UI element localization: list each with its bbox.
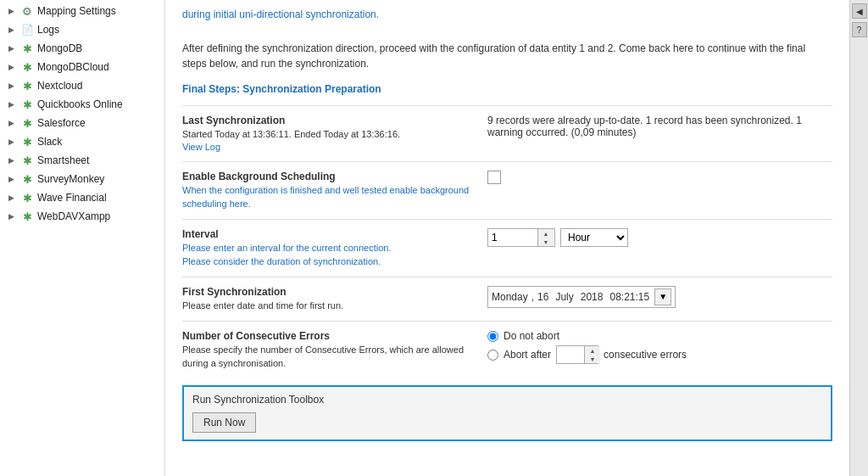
sidebar-item-label: Slack — [37, 136, 62, 148]
sidebar-item-label: Logs — [37, 24, 59, 36]
final-steps-title: Final Steps: Synchronization Preparation — [182, 83, 832, 95]
sidebar-item-webdavxampp[interactable]: ▶ ✱ WebDAVXampp — [0, 207, 164, 226]
first-sync-date: 16 — [537, 291, 548, 303]
last-sync-status: 9 records were already up-to-date. 1 rec… — [487, 115, 832, 138]
interval-desc1: Please enter an interval for the current… — [182, 242, 479, 255]
last-sync-started: Started Today at 13:36:11. Ended Today a… — [182, 128, 479, 141]
arrow-icon: ▶ — [8, 25, 19, 34]
sidebar-item-salesforce[interactable]: ▶ ✱ Salesforce — [0, 114, 164, 132]
first-sync-desc: Please enter date and time for first run… — [182, 300, 479, 312]
abort-after-label: Abort after — [504, 349, 551, 361]
star-icon: ✱ — [20, 42, 34, 55]
star-icon: ✱ — [20, 135, 34, 148]
star-icon: ✱ — [20, 210, 34, 223]
sidebar-item-label: Nextcloud — [37, 80, 82, 92]
abort-after-row: Abort after ▲ ▼ consecutive errors — [487, 345, 687, 364]
abort-after-radio[interactable] — [487, 350, 498, 361]
sidebar-item-mongodbcloud[interactable]: ▶ ✱ MongoDBCloud — [0, 58, 164, 76]
arrow-icon: ▶ — [8, 119, 19, 127]
first-sync-date-row[interactable]: Monday , 16 July 2018 08:21:15 ▼ — [487, 286, 676, 308]
first-sync-year: 2018 — [581, 291, 604, 303]
interval-control: ▲ ▼ Hour — [487, 228, 832, 247]
run-now-button[interactable]: Run Now — [192, 412, 256, 433]
star-icon: ✱ — [20, 79, 34, 92]
second-paragraph: After defining the synchronization direc… — [182, 34, 832, 71]
log-icon: 📄 — [20, 23, 34, 36]
consecutive-errors-radio-group: Do not abort Abort after ▲ ▼ consecutive… — [487, 330, 687, 364]
background-scheduling-desc: When the configuration is finished and w… — [182, 184, 479, 210]
sidebar-item-surveymonkey[interactable]: ▶ ✱ SurveyMonkey — [0, 170, 164, 188]
sidebar-item-slack[interactable]: ▶ ✱ Slack — [0, 132, 164, 151]
arrow-icon: ▶ — [8, 63, 19, 71]
arrow-icon: ▶ — [8, 193, 19, 202]
last-sync-row: Last Synchronization Started Today at 13… — [182, 105, 832, 161]
arrow-icon: ▶ — [8, 175, 19, 183]
sidebar-item-label: Wave Financial — [37, 192, 107, 204]
first-sync-day: Monday — [492, 291, 528, 303]
no-abort-row: Do not abort — [487, 330, 687, 342]
toolbox-title: Run Synchronization Toolbox — [192, 394, 822, 406]
background-scheduling-title: Enable Background Scheduling — [182, 171, 479, 182]
background-scheduling-checkbox[interactable] — [487, 171, 501, 184]
first-sync-title: First Synchronization — [182, 286, 479, 298]
toolbox-section: Run Synchronization Toolbox Run Now — [182, 385, 832, 441]
abort-up-button[interactable]: ▲ — [585, 346, 600, 355]
last-sync-status-text: 9 records were already up-to-date. 1 rec… — [487, 115, 832, 138]
sidebar-item-label: SurveyMonkey — [37, 173, 104, 185]
star-icon: ✱ — [20, 154, 34, 167]
interval-up-button[interactable]: ▲ — [538, 229, 554, 238]
consecutive-errors-label-col: Number of Consecutive Errors Please spec… — [182, 330, 487, 370]
main-content: during initial uni-directional synchroni… — [165, 0, 849, 476]
sidebar-item-nextcloud[interactable]: ▶ ✱ Nextcloud — [0, 76, 164, 95]
consecutive-errors-control: Do not abort Abort after ▲ ▼ consecutive… — [487, 330, 832, 364]
right-panel: ◀ ? — [849, 0, 868, 476]
calendar-button[interactable]: ▼ — [654, 288, 671, 305]
sidebar-item-label: MongoDBCloud — [37, 61, 109, 73]
first-sync-control: Monday , 16 July 2018 08:21:15 ▼ — [487, 286, 832, 308]
collapse-button[interactable]: ◀ — [852, 3, 867, 19]
intro-paragraph: during initial uni-directional synchroni… — [182, 0, 832, 22]
sidebar: ▶ ⚙ Mapping Settings ▶ 📄 Logs ▶ ✱ MongoD… — [0, 0, 165, 476]
star-icon: ✱ — [20, 116, 34, 130]
sidebar-item-label: Smartsheet — [37, 154, 89, 166]
no-abort-radio[interactable] — [487, 331, 498, 342]
sidebar-item-label: MongoDB — [37, 42, 82, 54]
gear-icon: ⚙ — [20, 4, 34, 18]
sidebar-item-wavefinancial[interactable]: ▶ ✱ Wave Financial — [0, 188, 164, 207]
sidebar-item-logs[interactable]: ▶ 📄 Logs — [0, 20, 164, 39]
arrow-icon: ▶ — [8, 137, 19, 146]
consecutive-errors-desc: Please specify the number of Consecutive… — [182, 344, 479, 370]
star-icon: ✱ — [20, 191, 34, 204]
sidebar-item-label: Salesforce — [37, 117, 86, 129]
last-sync-title: Last Synchronization — [182, 115, 479, 126]
interval-label-col: Interval Please enter an interval for th… — [182, 228, 487, 268]
sidebar-item-label: WebDAVXampp — [37, 210, 110, 222]
sidebar-item-mongodb[interactable]: ▶ ✱ MongoDB — [0, 39, 164, 58]
abort-count-input[interactable] — [557, 347, 584, 362]
arrow-icon: ▶ — [8, 212, 19, 221]
background-scheduling-label-col: Enable Background Scheduling When the co… — [182, 171, 487, 210]
arrow-icon: ▶ — [8, 7, 19, 15]
star-icon: ✱ — [20, 60, 34, 74]
arrow-icon: ▶ — [8, 81, 19, 90]
help-button[interactable]: ? — [852, 22, 867, 37]
last-sync-label-col: Last Synchronization Started Today at 13… — [182, 115, 487, 153]
consecutive-errors-suffix: consecutive errors — [604, 349, 687, 361]
background-scheduling-control — [487, 171, 832, 184]
interval-title: Interval — [182, 228, 479, 240]
background-scheduling-row: Enable Background Scheduling When the co… — [182, 161, 832, 219]
abort-count-wrap: ▲ ▼ — [556, 345, 598, 364]
consecutive-errors-title: Number of Consecutive Errors — [182, 330, 479, 342]
star-icon: ✱ — [20, 172, 34, 186]
abort-down-button[interactable]: ▼ — [585, 355, 600, 363]
sidebar-item-mapping-settings[interactable]: ▶ ⚙ Mapping Settings — [0, 2, 164, 20]
view-log-link[interactable]: View Log — [182, 142, 220, 152]
interval-unit-select[interactable]: Hour — [560, 228, 628, 247]
sidebar-item-smartsheet[interactable]: ▶ ✱ Smartsheet — [0, 151, 164, 170]
sidebar-item-quickbooks[interactable]: ▶ ✱ Quickbooks Online — [0, 95, 164, 114]
first-sync-row: First Synchronization Please enter date … — [182, 277, 832, 321]
interval-down-button[interactable]: ▼ — [538, 238, 554, 246]
interval-spinner: ▲ ▼ — [537, 229, 554, 246]
interval-input[interactable] — [488, 230, 537, 245]
interval-desc2: Please consider the duration of synchron… — [182, 255, 479, 268]
